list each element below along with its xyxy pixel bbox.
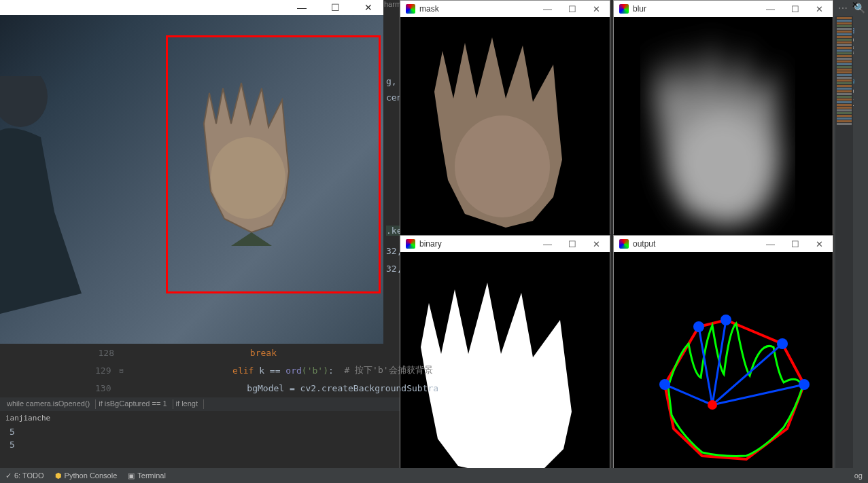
breadcrumb-item[interactable]: while camera.isOpened() (7, 399, 96, 409)
code-line-130[interactable]: 130 bgModel = cv2.createBackgroundSubtra (95, 379, 400, 397)
ide-close-button[interactable]: ✕ (852, 0, 868, 16)
svg-point-0 (0, 76, 48, 127)
output-maximize-button[interactable]: ☐ (787, 239, 803, 249)
output-minimize-button[interactable]: — (762, 239, 779, 249)
binary-title: binary (419, 239, 442, 249)
camera-feed-window: — ☐ ✕ (0, 0, 383, 344)
opencv-icon (406, 4, 415, 14)
console-output-line: 5 (5, 425, 394, 438)
binary-maximize-button[interactable]: ☐ (564, 239, 580, 249)
blur-window: blur — ☐ ✕ (613, 0, 833, 234)
mask-maximize-button[interactable]: ☐ (564, 4, 580, 14)
output-close-button[interactable]: ✕ (812, 239, 827, 249)
code-breadcrumb[interactable]: while camera.isOpened() if isBgCaptured … (0, 397, 400, 411)
output-titlebar[interactable]: output — ☐ ✕ (614, 236, 833, 252)
output-window: output — ☐ ✕ (613, 235, 833, 483)
person-silhouette (0, 76, 102, 314)
line-number: 130 (95, 383, 119, 393)
blur-title: blur (633, 4, 646, 14)
blur-titlebar[interactable]: blur — ☐ ✕ (614, 1, 833, 17)
terminal-icon: ▣ (128, 471, 135, 480)
blur-close-button[interactable]: ✕ (812, 4, 827, 14)
event-log-button[interactable]: og (854, 471, 863, 480)
mask-title: mask (419, 4, 439, 14)
mask-close-button[interactable]: ✕ (589, 4, 604, 14)
svg-rect-8 (614, 252, 833, 483)
camera-maximize-button[interactable]: ☐ (326, 1, 345, 14)
binary-close-button[interactable]: ✕ (589, 239, 604, 249)
blur-maximize-button[interactable]: ☐ (787, 4, 803, 14)
breadcrumb-item[interactable]: if isBgCaptured == 1 (99, 399, 173, 409)
svg-point-20 (708, 400, 717, 410)
line-number: 129 (95, 365, 119, 376)
todo-panel-button[interactable]: ✓ 6: TODO (5, 471, 44, 480)
output-title: output (633, 239, 655, 249)
ide-bottom-toolbar: ✓ 6: TODO ⬢ Python Console ▣ Terminal og (0, 468, 868, 483)
mask-window: mask — ☐ ✕ (400, 0, 610, 234)
svg-point-5 (674, 113, 771, 219)
line-number: 128 (95, 348, 122, 358)
check-icon: ✓ (5, 471, 12, 480)
camera-minimize-button[interactable]: — (292, 1, 312, 14)
svg-point-19 (799, 379, 810, 390)
python-icon: ⬢ (55, 471, 62, 480)
terminal-button[interactable]: ▣ Terminal (128, 471, 166, 480)
fold-icon[interactable]: ⊟ (119, 367, 123, 374)
svg-point-15 (659, 379, 670, 390)
console-tab-label[interactable]: ianjianche (5, 414, 394, 423)
svg-point-7 (447, 363, 555, 474)
code-line-128[interactable]: 128 break (95, 344, 400, 361)
svg-point-18 (777, 338, 788, 349)
opencv-icon (619, 4, 629, 14)
svg-point-16 (693, 321, 704, 332)
opencv-icon (406, 239, 415, 249)
ide-partial-text: harm (384, 0, 399, 15)
code-line-129[interactable]: 129 ⊟ elif k == ord('b'): # 按下'b'会捕获背景 (95, 361, 400, 379)
camera-titlebar: — ☐ ✕ (0, 0, 383, 15)
sidebar-menu-button[interactable]: ⋯ (834, 0, 851, 16)
blur-minimize-button[interactable]: — (762, 4, 779, 14)
python-console-button[interactable]: ⬢ Python Console (55, 471, 118, 480)
opencv-icon (619, 239, 629, 249)
camera-close-button[interactable]: ✕ (359, 1, 378, 14)
run-console: ianjianche 5 5 (0, 411, 400, 465)
console-output-line: 5 (5, 438, 394, 451)
blur-image (614, 17, 833, 235)
binary-titlebar[interactable]: binary — ☐ ✕ (400, 236, 610, 252)
roi-rectangle (166, 35, 381, 293)
binary-window: binary — ☐ ✕ (400, 235, 610, 483)
svg-point-3 (455, 115, 550, 217)
output-image (614, 252, 833, 483)
svg-point-17 (721, 315, 731, 325)
breadcrumb-item[interactable]: if lengt (176, 399, 204, 409)
editor-minimap[interactable] (835, 16, 853, 468)
camera-feed-image (0, 15, 383, 344)
mask-titlebar[interactable]: mask — ☐ ✕ (400, 1, 610, 17)
mask-image (400, 17, 610, 235)
binary-minimize-button[interactable]: — (539, 239, 556, 249)
mask-minimize-button[interactable]: — (539, 4, 556, 14)
